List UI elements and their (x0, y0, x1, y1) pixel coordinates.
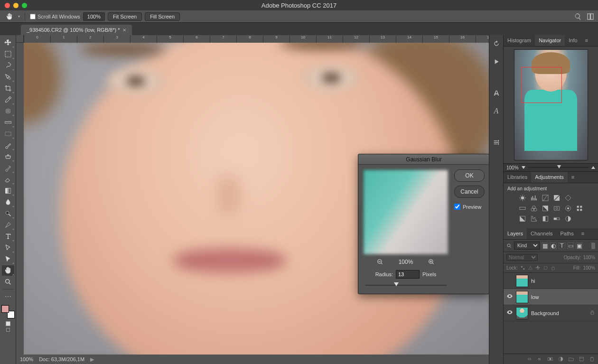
filter-type-icon[interactable]: T (559, 243, 565, 249)
navigator-zoom-slider[interactable] (528, 167, 589, 168)
character-panel-icon[interactable] (492, 88, 501, 98)
panel-menu-icon[interactable]: ≡ (568, 172, 578, 183)
tab-paths[interactable]: Paths (557, 228, 578, 239)
zoom-out-stepper-icon[interactable] (522, 166, 525, 169)
radius-input[interactable] (396, 270, 420, 279)
lock-artboard-icon[interactable] (543, 265, 548, 271)
lock-position-icon[interactable] (535, 265, 541, 271)
photo-filter-icon[interactable] (553, 205, 561, 212)
vibrance-icon[interactable] (564, 194, 572, 202)
brightness-contrast-icon[interactable] (519, 194, 526, 202)
gradient-map-icon[interactable] (553, 215, 561, 223)
layer-mask-icon[interactable] (547, 356, 553, 362)
preview-checkbox[interactable]: Preview (454, 204, 485, 210)
layer-name[interactable]: hi (531, 278, 535, 284)
status-menu-icon[interactable]: ▶ (90, 356, 94, 363)
blur-tool[interactable] (2, 197, 14, 207)
layer-visibility-icon[interactable] (506, 293, 513, 301)
posterize-icon[interactable] (530, 215, 538, 223)
paragraph-panel-icon[interactable]: A (492, 106, 501, 116)
ok-button[interactable]: OK (454, 169, 485, 182)
layer-row[interactable]: Background (504, 305, 598, 321)
hand-tool[interactable] (2, 265, 14, 276)
fit-screen-button[interactable]: Fit Screen (108, 12, 142, 21)
status-zoom[interactable]: 100% (20, 356, 33, 362)
lock-image-icon[interactable] (528, 265, 533, 271)
opacity-value[interactable]: 100% (583, 255, 595, 260)
channel-mixer-icon[interactable] (564, 205, 572, 212)
document-tab[interactable]: _9384506.CR2 @ 100% (low, RGB/8*) * ✕ (21, 25, 132, 35)
hand-tool-icon[interactable] (4, 12, 15, 21)
pen-tool[interactable] (2, 220, 14, 230)
ruler-origin[interactable] (16, 35, 24, 43)
layer-thumbnail[interactable] (516, 275, 528, 287)
fill-screen-button[interactable]: Fill Screen (145, 12, 180, 21)
gradient-tool[interactable] (2, 186, 14, 196)
marquee-tool[interactable] (2, 49, 14, 59)
layer-visibility-icon[interactable] (506, 309, 513, 317)
filter-search-icon[interactable] (506, 243, 512, 249)
brush-tool[interactable] (2, 140, 14, 150)
layer-thumbnail[interactable] (516, 307, 528, 319)
black-white-icon[interactable] (542, 205, 549, 212)
cancel-button[interactable]: Cancel (454, 186, 485, 198)
history-brush-tool[interactable] (2, 163, 14, 173)
panel-menu-icon[interactable]: ≡ (578, 228, 588, 239)
delete-layer-icon[interactable] (589, 356, 595, 362)
color-balance-icon[interactable] (530, 205, 538, 212)
new-layer-icon[interactable] (579, 356, 585, 362)
tool-preset-chevron-icon[interactable]: ▾ (18, 14, 20, 19)
layer-row[interactable]: hi (504, 273, 598, 289)
tab-histogram[interactable]: Histogram (504, 35, 535, 46)
eraser-tool[interactable] (2, 174, 14, 185)
hue-sat-icon[interactable] (519, 205, 526, 212)
ruler-tool[interactable] (2, 117, 14, 128)
tab-adjustments[interactable]: Adjustments (531, 172, 568, 183)
navigator-thumbnail[interactable] (514, 49, 588, 160)
layer-name[interactable]: low (531, 294, 539, 300)
lasso-tool[interactable] (2, 60, 14, 71)
link-layers-icon[interactable] (526, 356, 533, 362)
filter-toggle[interactable] (591, 243, 595, 249)
tab-layers[interactable]: Layers (504, 228, 527, 239)
layer-row[interactable]: low (504, 289, 598, 305)
filter-shape-icon[interactable]: ▭ (567, 243, 574, 249)
properties-panel-icon[interactable] (492, 138, 501, 147)
layer-style-icon[interactable]: fx (537, 356, 543, 362)
frame-tool[interactable] (2, 129, 14, 139)
layer-filter-kind[interactable]: Kind (514, 242, 540, 250)
threshold-icon[interactable] (542, 215, 549, 223)
adjustment-layer-icon[interactable] (558, 356, 564, 362)
tab-libraries[interactable]: Libraries (504, 172, 531, 183)
move-tool[interactable] (2, 37, 14, 48)
history-panel-icon[interactable] (492, 39, 501, 48)
selective-color-icon[interactable] (564, 215, 572, 223)
path-select-tool[interactable] (2, 243, 14, 253)
zoom-in-stepper-icon[interactable] (591, 166, 595, 169)
fill-value[interactable]: 100% (583, 265, 595, 271)
color-lookup-icon[interactable] (576, 205, 583, 212)
scroll-all-windows-checkbox[interactable]: Scroll All Windows (30, 14, 80, 19)
layer-name[interactable]: Background (531, 310, 559, 316)
zoom-tool[interactable] (2, 277, 14, 287)
edit-toolbar-icon[interactable]: ⋯ (2, 291, 14, 302)
direct-select-tool[interactable] (2, 254, 14, 264)
layer-thumbnail[interactable] (516, 291, 528, 303)
filter-pixel-icon[interactable]: ▦ (542, 243, 548, 249)
dialog-preview[interactable] (363, 169, 448, 255)
filter-smart-icon[interactable]: ▣ (576, 243, 582, 249)
horizontal-ruler[interactable]: 012345678910111213141516171819202122 (24, 35, 489, 43)
quick-mask-toggle[interactable] (6, 321, 10, 326)
screen-mode-toggle[interactable] (6, 328, 10, 332)
lock-all-icon[interactable] (551, 265, 556, 271)
levels-icon[interactable] (530, 194, 538, 202)
foreground-background-colors[interactable] (1, 305, 15, 318)
lock-transparency-icon[interactable] (520, 265, 525, 271)
zoom-level-field[interactable]: 100% (83, 12, 105, 21)
type-tool[interactable] (2, 231, 14, 242)
zoom-in-icon[interactable] (428, 259, 435, 265)
actions-panel-icon[interactable] (492, 57, 501, 66)
quick-select-tool[interactable] (2, 72, 14, 82)
zoom-out-icon[interactable] (377, 259, 383, 265)
panel-menu-icon[interactable]: ≡ (581, 35, 592, 46)
